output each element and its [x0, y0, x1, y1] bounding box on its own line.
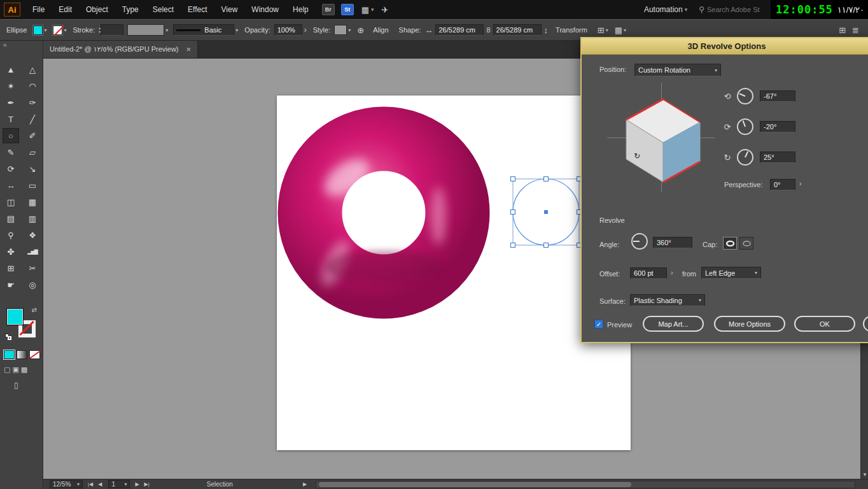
previous-artboard-button[interactable]: ◀: [98, 481, 102, 487]
artboard-number-dropdown[interactable]: 1 ▾: [108, 480, 130, 488]
scroll-down-icon[interactable]: ▼: [862, 472, 867, 478]
next-artboard-button[interactable]: ▶: [135, 481, 139, 487]
slice-tool[interactable]: ✂: [24, 260, 41, 276]
variable-width-profile-dropdown[interactable]: [127, 24, 164, 36]
type-tool[interactable]: T: [3, 111, 19, 127]
menu-view[interactable]: View: [214, 0, 245, 19]
lasso-tool[interactable]: ◠: [24, 78, 41, 94]
zoom-tool[interactable]: ◎: [24, 277, 41, 292]
track-cube[interactable]: [607, 83, 715, 192]
menu-window[interactable]: Window: [244, 0, 286, 19]
more-options-button[interactable]: More Options: [714, 316, 785, 332]
rotate-y-field[interactable]: -20°: [760, 121, 795, 132]
opacity-field[interactable]: 100%: [274, 24, 302, 36]
ok-button[interactable]: OK: [794, 316, 855, 332]
collapse-toolbar-icon[interactable]: «: [3, 41, 7, 48]
status-expand-icon[interactable]: ▶: [303, 481, 307, 487]
eyedropper-tool[interactable]: ⚲: [3, 227, 19, 243]
pencil-tool[interactable]: ✎: [3, 145, 19, 160]
document-tab[interactable]: Untitled-2* @ ١٢/٥% (RGB/GPU Preview) ×: [43, 40, 198, 58]
stroke-caret-icon[interactable]: ▾: [64, 27, 66, 33]
scale-tool[interactable]: ↘: [24, 161, 41, 176]
line-segment-tool[interactable]: ╱: [24, 111, 41, 127]
default-fill-stroke-icon[interactable]: [5, 334, 11, 340]
pen-tool[interactable]: ✒: [3, 95, 19, 110]
arrange-documents-icon[interactable]: ⊞: [839, 25, 846, 35]
position-dropdown[interactable]: Custom Rotation ▾: [634, 64, 721, 76]
symbol-sprayer-tool[interactable]: ✤: [3, 244, 19, 259]
ellipse-tool[interactable]: ○: [3, 128, 19, 143]
draw-inside-icon[interactable]: ▩: [21, 365, 27, 374]
perspective-field[interactable]: 0°: [770, 179, 795, 190]
profile-caret-icon[interactable]: ▾: [165, 27, 168, 33]
cancel-button[interactable]: Cancel: [863, 316, 868, 332]
isolate-options-caret-icon[interactable]: ▾: [624, 27, 626, 33]
preview-checkbox[interactable]: ✓: [594, 320, 603, 329]
surface-dropdown[interactable]: Plastic Shading ▾: [630, 294, 705, 306]
rotate-x-field[interactable]: -67°: [760, 90, 795, 102]
draw-behind-icon[interactable]: ▣: [12, 365, 18, 374]
search-input[interactable]: [707, 6, 766, 13]
search-box[interactable]: ⚲: [699, 5, 766, 14]
stroke-color-swatch[interactable]: [53, 25, 62, 35]
horizontal-scrollbar-thumb[interactable]: [319, 482, 631, 487]
menu-select[interactable]: Select: [146, 0, 181, 19]
none-button[interactable]: [29, 350, 40, 359]
link-dimensions-icon[interactable]: 8: [486, 26, 490, 34]
free-transform-tool[interactable]: ▭: [24, 178, 41, 193]
transform-label[interactable]: Transform: [556, 26, 587, 34]
width-tool[interactable]: ↔: [3, 178, 19, 193]
draw-normal-icon[interactable]: ▢: [4, 365, 10, 374]
fill-caret-icon[interactable]: ▾: [44, 27, 46, 33]
screen-mode-icon[interactable]: ▯: [14, 381, 18, 390]
shape-builder-tool[interactable]: ◫: [3, 194, 19, 209]
artboard-tool[interactable]: ⊞: [3, 260, 19, 276]
column-graph-tool[interactable]: ▂▅▇: [24, 244, 41, 259]
isolate-options-icon[interactable]: ▦: [615, 25, 622, 35]
angle-field[interactable]: 360°: [653, 237, 692, 248]
offset-field[interactable]: 600 pt: [630, 267, 667, 279]
eraser-tool[interactable]: ▱: [24, 145, 41, 160]
close-tab-icon[interactable]: ×: [186, 45, 192, 54]
selection-center-point[interactable]: [544, 210, 548, 214]
perspective-chevron-icon[interactable]: ›: [799, 180, 802, 187]
menu-edit[interactable]: Edit: [52, 0, 79, 19]
rotate-z-dial[interactable]: [737, 149, 753, 166]
artboard[interactable]: [277, 96, 631, 450]
horizontal-scrollbar[interactable]: [316, 481, 855, 488]
menu-object[interactable]: Object: [79, 0, 115, 19]
bridge-icon[interactable]: Br: [322, 4, 335, 15]
rotate-z-field[interactable]: 25°: [760, 152, 795, 163]
rotate-tool[interactable]: ⟳: [3, 161, 19, 176]
stroke-weight-field[interactable]: [101, 24, 123, 36]
opacity-chevron-icon[interactable]: ›: [304, 25, 307, 34]
selection-tool[interactable]: ▲: [3, 62, 19, 77]
align-options-icon[interactable]: ⊞: [598, 25, 605, 35]
stock-icon[interactable]: St: [341, 4, 354, 15]
document-setup-icon[interactable]: ⊕: [357, 25, 364, 35]
map-art-button[interactable]: Map Art...: [643, 316, 704, 332]
fill-proxy-swatch[interactable]: [6, 308, 24, 325]
menu-effect[interactable]: Effect: [181, 0, 214, 19]
menu-help[interactable]: Help: [286, 0, 316, 19]
cap-solid-button[interactable]: [723, 237, 737, 250]
magic-wand-tool[interactable]: ✶: [3, 78, 19, 94]
shape-width-field[interactable]: 26/5289 cm: [435, 24, 484, 36]
angle-dial[interactable]: [631, 233, 648, 250]
zoom-level-dropdown[interactable]: 12/5% ▾: [50, 480, 83, 488]
swap-fill-stroke-icon[interactable]: ⇄: [32, 306, 37, 313]
last-artboard-button[interactable]: ▶|: [144, 481, 150, 487]
paintbrush-tool[interactable]: ✐: [24, 128, 41, 143]
first-artboard-button[interactable]: |◀: [88, 481, 93, 487]
rotate-y-dial[interactable]: [737, 118, 753, 135]
color-button[interactable]: [4, 350, 15, 359]
curvature-tool[interactable]: ✑: [24, 95, 41, 110]
align-options-caret-icon[interactable]: ▾: [606, 27, 608, 33]
style-caret-icon[interactable]: ▾: [348, 27, 351, 33]
automation-menu[interactable]: Automation ▾: [644, 5, 687, 14]
panel-menu-icon[interactable]: ≣: [852, 25, 859, 35]
gradient-button[interactable]: [17, 350, 27, 359]
share-icon[interactable]: ✈: [382, 5, 389, 15]
dialog-title-bar[interactable]: 3D Revolve Options: [582, 38, 868, 55]
hand-tool[interactable]: ☛: [3, 277, 19, 292]
